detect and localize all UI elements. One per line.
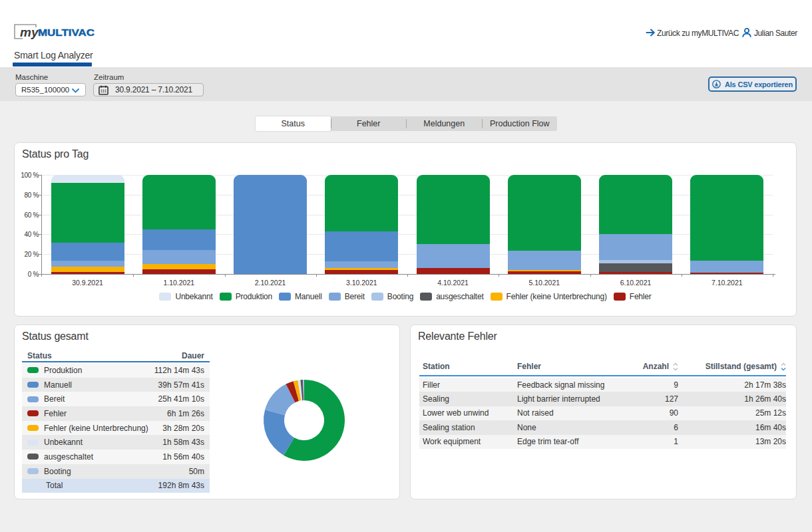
svg-text:my: my: [20, 25, 39, 39]
svg-text:MULTIVAC: MULTIVAC: [38, 27, 95, 38]
